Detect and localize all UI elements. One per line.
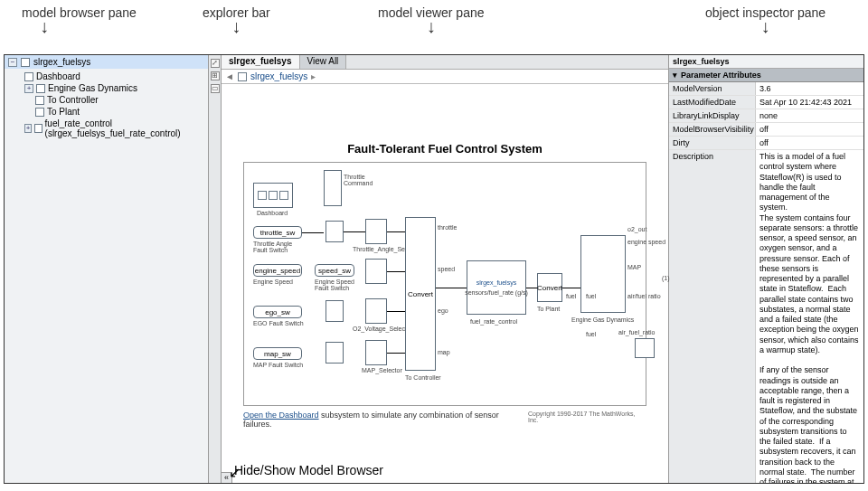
browser-tree: Dashboard + Engine Gas Dynamics To Contr… <box>5 69 208 141</box>
breadcrumb-root[interactable]: slrgex_fuelsys <box>250 71 307 81</box>
block-ego-sw[interactable]: ego_sw <box>253 306 302 318</box>
label-speed-fault: Engine Speed Fault Switch <box>315 279 354 291</box>
tab-model[interactable]: slrgex_fuelsys <box>222 55 300 69</box>
viewer-toolbar: ⤢ ⊞ ▭ <box>209 55 222 483</box>
wire <box>302 232 324 233</box>
subsystem-icon <box>35 108 44 117</box>
model-icon <box>238 72 247 81</box>
app-window: − slrgex_fuelsys Dashboard + Engine Gas … <box>4 54 864 484</box>
collapse-icon: ▾ <box>673 71 677 80</box>
block-map-sw[interactable]: map_sw <box>253 347 302 360</box>
tool-zoom-icon[interactable]: ⊞ <box>211 71 220 80</box>
block-o2-selector[interactable] <box>365 298 387 324</box>
label-one: (1) <box>662 275 670 281</box>
label-map-fault: MAP Fault Switch <box>253 362 303 368</box>
tree-node-dashboard[interactable]: Dashboard <box>14 71 206 82</box>
block-engine-speed[interactable]: engine_speed <box>253 264 302 277</box>
browser-root-node[interactable]: − slrgex_fuelsys <box>5 55 208 69</box>
tab-view-all[interactable]: View All <box>300 55 347 69</box>
block-convert[interactable]: Convert <box>405 217 436 371</box>
prop-row-browser-visibility[interactable]: ModelBrowserVisibilityoff <box>669 123 863 137</box>
breadcrumb-sep-icon: ▸ <box>311 71 316 81</box>
port-ego: ego <box>438 307 448 314</box>
subsystem-icon <box>34 124 42 133</box>
block-map-selector[interactable] <box>365 340 387 365</box>
block-ego-switch[interactable] <box>326 300 344 322</box>
block-dashboard[interactable] <box>253 183 293 208</box>
wire <box>387 311 405 312</box>
wire <box>387 231 405 232</box>
port-speed: speed <box>438 266 455 272</box>
label-fuel-rate-control: fuel_rate_control <box>470 318 517 325</box>
block-fuel-rate-control[interactable]: slrgex_fuelsys sensors/fuel_rate (g/s) <box>467 260 526 315</box>
browser-root-label: slrgex_fuelsys <box>33 57 90 67</box>
model-icon <box>21 58 30 67</box>
block-scope[interactable] <box>635 338 655 358</box>
port-map: MAP <box>627 264 641 270</box>
annot-browser: model browser pane↓ <box>22 5 137 33</box>
footer-text: Open the Dashboard subsystem to simulate… <box>243 411 528 429</box>
open-dashboard-link[interactable]: Open the Dashboard <box>243 411 319 420</box>
port-fuel: fuel <box>586 293 596 299</box>
prop-row-lastmodified[interactable]: LastModifiedDateSat Apr 10 21:42:43 2021 <box>669 96 863 109</box>
tool-nav-icon[interactable]: ▭ <box>211 84 220 93</box>
label-dashboard: Dashboard <box>257 210 288 216</box>
port-airfuel: air/fuel ratio <box>627 293 661 299</box>
copyright-text: Copyright 1990-2017 The MathWorks, Inc. <box>528 411 646 429</box>
prop-row-librarylink[interactable]: LibraryLinkDisplaynone <box>669 109 863 123</box>
inspector-table: ModelVersion3.6 LastModifiedDateSat Apr … <box>669 82 863 483</box>
subsystem-icon <box>35 96 44 105</box>
label-ego-fault: EGO Fault Switch <box>253 320 304 326</box>
label-to-controller: To Controller <box>405 374 441 381</box>
prop-row-dirty[interactable]: Dirtyoff <box>669 137 863 150</box>
object-inspector-pane: slrgex_fuelsys ▾ Parameter Attributes Mo… <box>668 55 863 483</box>
label-air-fuel-ratio: air_fuel_ratio <box>618 329 655 335</box>
model-viewer-pane: slrgex_fuelsys View All ◄ slrgex_fuelsys… <box>222 55 668 483</box>
block-slrgex-link[interactable]: slrgex_fuelsys <box>476 279 516 286</box>
subsystem-icon <box>36 84 45 93</box>
expand-icon[interactable]: + <box>24 84 33 93</box>
block-throttle-sw[interactable]: throttle_sw <box>253 226 302 239</box>
inspector-title: slrgex_fuelsys <box>669 55 863 69</box>
block-convert2[interactable]: Convert <box>537 273 562 302</box>
label-throttle-command: Throttle Command <box>344 174 373 186</box>
label-to-plant: To Plant <box>537 306 560 312</box>
block-map-switch[interactable] <box>326 342 344 364</box>
port-engine-speed: engine speed <box>627 239 665 245</box>
annot-hideshow: Hide/Show Model Browser ↙ <box>234 463 383 477</box>
tree-node-fuel-rate-control[interactable]: + fuel_rate_control (slrgex_fuelsys_fuel… <box>14 118 206 139</box>
expand-icon[interactable]: + <box>24 124 32 133</box>
wire <box>387 271 405 272</box>
block-throttle-switch[interactable] <box>326 221 344 242</box>
prop-row-description[interactable]: DescriptionThis is a model of a fuel con… <box>669 150 863 483</box>
block-throttle-selector[interactable] <box>365 219 387 244</box>
tree-node-to-plant[interactable]: To Plant <box>14 106 206 118</box>
viewer-tabs: slrgex_fuelsys View All <box>222 55 668 70</box>
prop-row-modelversion[interactable]: ModelVersion3.6 <box>669 82 863 96</box>
wire <box>344 231 365 232</box>
wire <box>436 288 467 288</box>
label-engine-gas: Engine Gas Dynamics <box>571 316 634 323</box>
port-o2-out: o2_out <box>627 226 646 232</box>
tool-fit-icon[interactable]: ⤢ <box>211 59 220 68</box>
annot-inspector: object inspector pane↓ <box>705 5 826 33</box>
block-throttle-command[interactable] <box>324 170 342 206</box>
back-icon[interactable]: ◄ <box>225 71 234 81</box>
block-engine-gas-dynamics[interactable] <box>580 235 626 313</box>
diagram-frame: Dashboard Throttle Command throttle_sw T… <box>243 162 646 406</box>
annot-explorer: explorer bar↓ <box>203 5 270 33</box>
block-speed-selector[interactable] <box>365 259 387 284</box>
subsystem-icon <box>24 72 33 81</box>
arrow-icon: ↙ <box>229 464 241 481</box>
wire <box>526 288 537 288</box>
wire <box>562 288 580 288</box>
inspector-section-header[interactable]: ▾ Parameter Attributes <box>669 69 863 82</box>
tree-node-to-controller[interactable]: To Controller <box>14 94 206 106</box>
label-throttle-fault: Throttle Angle Fault Switch <box>253 241 292 253</box>
label-engine-speed: Engine Speed <box>253 279 293 285</box>
explorer-bar: ◄ slrgex_fuelsys ▸ <box>222 70 668 84</box>
label-fuel: fuel <box>566 293 576 299</box>
diagram-canvas[interactable]: Fault-Tolerant Fuel Control System Dashb… <box>222 84 668 483</box>
block-speed-sw[interactable]: speed_sw <box>315 264 354 277</box>
tree-node-engine-gas[interactable]: + Engine Gas Dynamics <box>14 82 206 94</box>
